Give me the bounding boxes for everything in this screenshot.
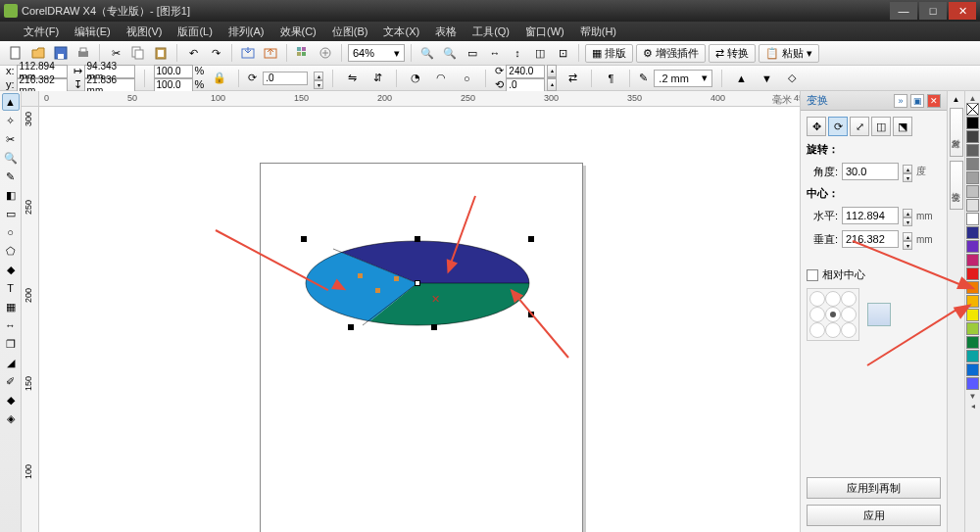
center-v-input[interactable]: 216.382 bbox=[842, 230, 899, 248]
color-swatch[interactable] bbox=[966, 377, 979, 390]
mirror-h-button[interactable]: ⇋ bbox=[342, 69, 362, 88]
canvas[interactable]: ✕ bbox=[39, 107, 800, 532]
color-swatch[interactable] bbox=[966, 350, 979, 363]
plugins-button[interactable]: ⚙增强插件 bbox=[636, 44, 706, 63]
vtab-object[interactable]: 对象 bbox=[950, 108, 963, 157]
edit-node[interactable] bbox=[358, 273, 363, 278]
mirror-v-button[interactable]: ⇵ bbox=[368, 69, 387, 88]
menu-bitmap[interactable]: 位图(B) bbox=[326, 23, 374, 41]
polygon-tool[interactable]: ⬠ bbox=[2, 242, 20, 260]
interactive-fill-tool[interactable]: ◈ bbox=[2, 410, 20, 427]
lock-ratio-button[interactable]: 🔒 bbox=[210, 69, 229, 88]
ruler-origin[interactable] bbox=[22, 91, 39, 107]
basic-shapes-tool[interactable]: ◆ bbox=[2, 261, 20, 278]
rotation-input[interactable]: .0 bbox=[263, 72, 308, 85]
palette-flyout-button[interactable]: ◂ bbox=[966, 401, 979, 411]
welcome-button[interactable] bbox=[316, 43, 335, 63]
rectangle-tool[interactable]: ▭ bbox=[2, 205, 20, 222]
zoom-all-button[interactable]: ⊡ bbox=[553, 43, 572, 63]
end-angle-input[interactable]: .0 bbox=[506, 78, 545, 92]
pie-button[interactable]: ◔ bbox=[406, 69, 425, 88]
edit-node[interactable] bbox=[375, 288, 380, 293]
color-swatch[interactable] bbox=[966, 199, 979, 212]
angle-spinner[interactable]: ▴▾ bbox=[903, 165, 912, 178]
color-swatch[interactable] bbox=[966, 158, 979, 170]
text-tool[interactable]: T bbox=[2, 279, 20, 297]
center-h-input[interactable]: 112.894 bbox=[842, 207, 899, 224]
dimension-tool[interactable]: ↔ bbox=[2, 316, 20, 334]
zoom-tool[interactable]: 🔍 bbox=[2, 149, 20, 167]
menu-layout[interactable]: 版面(L) bbox=[172, 23, 218, 41]
menu-effects[interactable]: 效果(C) bbox=[274, 23, 322, 41]
ruler-vertical[interactable]: 300250200150100 bbox=[22, 107, 39, 532]
vtab-transform[interactable]: 变换 bbox=[950, 161, 963, 210]
color-swatch[interactable] bbox=[966, 322, 979, 335]
docker-expand-button[interactable]: » bbox=[894, 94, 907, 108]
swap-angle-button[interactable]: ⇄ bbox=[563, 69, 582, 88]
zoom-width-button[interactable]: ↔ bbox=[485, 43, 505, 63]
apply-duplicate-button[interactable]: 应用到再制 bbox=[807, 477, 941, 499]
handle-ne[interactable] bbox=[528, 236, 534, 242]
anchor-grid[interactable] bbox=[807, 288, 859, 341]
no-fill-swatch[interactable] bbox=[966, 103, 979, 116]
color-swatch[interactable] bbox=[966, 240, 979, 253]
tab-skew[interactable]: ⬔ bbox=[893, 117, 912, 136]
menu-text[interactable]: 文本(X) bbox=[377, 23, 425, 41]
pick-tool[interactable]: ▲ bbox=[2, 93, 20, 111]
zoom-page-button[interactable]: ▭ bbox=[463, 43, 482, 63]
color-swatch[interactable] bbox=[966, 226, 979, 239]
tab-position[interactable]: ✥ bbox=[807, 117, 826, 136]
handle-nw[interactable] bbox=[301, 236, 307, 242]
blend-tool[interactable]: ❐ bbox=[2, 335, 20, 353]
layout-button[interactable]: ▦排版 bbox=[585, 44, 633, 63]
handle-n[interactable] bbox=[415, 236, 420, 242]
color-swatch[interactable] bbox=[966, 185, 979, 198]
tab-rotate[interactable]: ⟳ bbox=[828, 117, 848, 136]
zoom-in-button[interactable]: 🔍 bbox=[417, 43, 437, 63]
freehand-tool[interactable]: ✎ bbox=[2, 168, 20, 185]
docker-titlebar[interactable]: 变换 » ▣ ✕ bbox=[801, 91, 947, 111]
menu-tools[interactable]: 工具(Q) bbox=[466, 23, 515, 41]
dropper-tool[interactable]: ◢ bbox=[2, 354, 20, 371]
center-marker[interactable] bbox=[415, 280, 420, 286]
menu-window[interactable]: 窗口(W) bbox=[519, 23, 570, 41]
center-v-spinner[interactable]: ▴▾ bbox=[903, 232, 912, 246]
color-swatch[interactable] bbox=[966, 254, 979, 266]
zoom-select[interactable]: 64%▾ bbox=[348, 44, 405, 62]
zoom-out-button[interactable]: 🔍 bbox=[440, 43, 460, 63]
ellipse-button[interactable]: ○ bbox=[457, 69, 476, 88]
to-front-button[interactable]: ▲ bbox=[731, 69, 751, 88]
color-swatch[interactable] bbox=[966, 144, 979, 157]
palette-down-button[interactable]: ▼ bbox=[966, 391, 979, 401]
close-button[interactable]: ✕ bbox=[949, 2, 976, 20]
palette-up-button[interactable]: ▲ bbox=[966, 93, 979, 103]
rotation-spinner[interactable]: ▴▾ bbox=[314, 72, 323, 85]
start-angle-spinner[interactable]: ▴▾ bbox=[547, 65, 557, 78]
shape-tool[interactable]: ✧ bbox=[2, 112, 20, 129]
outline-width-select[interactable]: .2 mm▾ bbox=[654, 70, 712, 87]
menu-help[interactable]: 帮助(H) bbox=[574, 23, 622, 41]
export-button[interactable] bbox=[261, 43, 280, 63]
menu-arrange[interactable]: 排列(A) bbox=[222, 23, 270, 41]
color-swatch[interactable] bbox=[966, 363, 979, 376]
height-input[interactable]: 21.836 mm bbox=[84, 78, 135, 92]
end-angle-spinner[interactable]: ▴▾ bbox=[547, 78, 557, 92]
menu-view[interactable]: 视图(V) bbox=[121, 23, 169, 41]
angle-input[interactable]: 30.0 bbox=[842, 163, 899, 180]
outline-tool[interactable]: ✐ bbox=[2, 372, 20, 390]
smart-fill-tool[interactable]: ◧ bbox=[2, 186, 20, 204]
undo-button[interactable]: ↶ bbox=[183, 43, 203, 63]
convert-curves-button[interactable]: ◇ bbox=[782, 69, 802, 88]
table-tool[interactable]: ▦ bbox=[2, 298, 20, 315]
edit-node[interactable] bbox=[394, 276, 399, 281]
y-input[interactable]: 216.382 mm bbox=[17, 78, 68, 92]
tab-scale[interactable]: ⤢ bbox=[850, 117, 869, 136]
menu-file[interactable]: 文件(F) bbox=[18, 23, 65, 41]
zoom-height-button[interactable]: ↕ bbox=[508, 43, 527, 63]
tab-size[interactable]: ◫ bbox=[871, 117, 891, 136]
maximize-button[interactable]: □ bbox=[919, 2, 947, 20]
paste-special-button[interactable]: 📋粘贴▾ bbox=[759, 44, 819, 63]
app-launcher-button[interactable] bbox=[293, 43, 313, 63]
scale-y-input[interactable]: 100.0 bbox=[154, 78, 193, 92]
ellipse-tool[interactable]: ○ bbox=[2, 223, 20, 241]
